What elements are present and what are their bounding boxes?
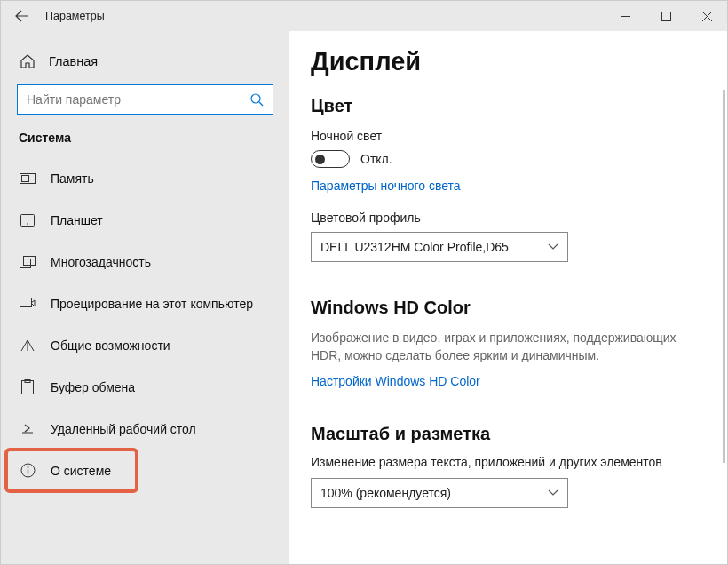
- svg-rect-6: [20, 259, 31, 267]
- window-controls: [605, 1, 727, 31]
- home-label: Главная: [49, 54, 98, 68]
- settings-window: Параметры Главная: [0, 0, 728, 565]
- chevron-down-icon: [548, 243, 558, 251]
- svg-point-12: [27, 466, 28, 468]
- toggle-knob-icon: [315, 155, 325, 164]
- nightlight-toggle-row: Откл.: [311, 150, 715, 168]
- sidebar-item-label: Удаленный рабочий стол: [51, 422, 196, 436]
- search-wrap: [1, 79, 289, 127]
- sidebar-item-label: О системе: [51, 464, 111, 478]
- svg-point-1: [251, 94, 260, 103]
- section-color-title: Цвет: [311, 96, 715, 116]
- body: Главная Система Память Планшет: [1, 31, 727, 564]
- svg-rect-3: [22, 175, 29, 181]
- color-profile-select[interactable]: DELL U2312HM Color Profile,D65: [311, 232, 568, 262]
- search-icon: [249, 92, 264, 107]
- nav: Память Планшет Многозадачность Проециров…: [1, 157, 289, 564]
- nightlight-label: Ночной свет: [311, 129, 715, 143]
- shared-icon: [19, 338, 36, 353]
- hd-description: Изображение в видео, играх и приложениях…: [311, 329, 701, 365]
- search-field[interactable]: [27, 92, 249, 107]
- sidebar-item-label: Общие возможности: [51, 338, 170, 353]
- section-title: Система: [1, 127, 289, 157]
- sidebar-item-label: Многозадачность: [51, 255, 151, 269]
- remote-icon: [19, 422, 36, 435]
- content-inner: Дисплей Цвет Ночной свет Откл. Параметры…: [289, 47, 715, 564]
- sidebar-item-label: Планшет: [51, 213, 103, 227]
- svg-rect-7: [24, 256, 36, 265]
- close-button[interactable]: [686, 1, 727, 31]
- home-button[interactable]: Главная: [1, 44, 289, 79]
- color-profile-value: DELL U2312HM Color Profile,D65: [320, 240, 509, 254]
- sidebar-item-label: Буфер обмена: [51, 380, 135, 394]
- sidebar-item-storage[interactable]: Память: [1, 157, 289, 199]
- window-title: Параметры: [42, 10, 605, 22]
- svg-rect-8: [20, 298, 32, 306]
- sidebar-item-label: Проецирование на этот компьютер: [51, 297, 253, 311]
- project-icon: [19, 298, 36, 310]
- svg-point-5: [27, 223, 28, 225]
- sidebar-item-about[interactable]: О системе: [1, 450, 289, 491]
- arrow-left-icon: [14, 9, 28, 23]
- sidebar-item-shared[interactable]: Общие возможности: [1, 324, 289, 366]
- sidebar-item-remote-desktop[interactable]: Удаленный рабочий стол: [1, 408, 289, 450]
- sidebar-item-label: Память: [51, 171, 94, 186]
- scrollbar[interactable]: [723, 90, 725, 463]
- svg-rect-0: [661, 12, 670, 20]
- section-hd-title: Windows HD Color: [311, 298, 715, 318]
- hd-settings-link[interactable]: Настройки Windows HD Color: [311, 374, 715, 388]
- minimize-icon: [621, 12, 630, 21]
- color-profile-label: Цветовой профиль: [311, 211, 715, 225]
- back-button[interactable]: [1, 1, 42, 31]
- sidebar-item-tablet[interactable]: Планшет: [1, 199, 289, 241]
- chevron-down-icon: [548, 489, 558, 497]
- maximize-button[interactable]: [645, 1, 686, 31]
- sidebar-item-multitasking[interactable]: Многозадачность: [1, 241, 289, 282]
- content: Дисплей Цвет Ночной свет Откл. Параметры…: [289, 31, 727, 564]
- nightlight-toggle[interactable]: [311, 150, 350, 168]
- storage-icon: [19, 173, 36, 184]
- minimize-button[interactable]: [605, 1, 645, 31]
- section-scale-title: Масштаб и разметка: [311, 424, 715, 444]
- multitasking-icon: [19, 256, 36, 268]
- scale-value: 100% (рекомендуется): [320, 486, 451, 500]
- search-input[interactable]: [17, 84, 273, 115]
- nightlight-settings-link[interactable]: Параметры ночного света: [311, 179, 715, 193]
- sidebar-item-projecting[interactable]: Проецирование на этот компьютер: [1, 282, 289, 324]
- scale-select[interactable]: 100% (рекомендуется): [311, 478, 568, 508]
- tablet-icon: [19, 214, 36, 227]
- home-icon: [19, 53, 36, 69]
- clipboard-icon: [19, 379, 36, 394]
- page-title: Дисплей: [311, 47, 715, 76]
- nightlight-state: Откл.: [360, 152, 392, 166]
- scale-description: Изменение размера текста, приложений и д…: [311, 455, 715, 469]
- maximize-icon: [661, 12, 671, 21]
- close-icon: [702, 12, 712, 21]
- sidebar: Главная Система Память Планшет: [1, 31, 289, 564]
- titlebar: Параметры: [1, 1, 727, 31]
- info-icon: [19, 463, 36, 478]
- sidebar-item-clipboard[interactable]: Буфер обмена: [1, 366, 289, 408]
